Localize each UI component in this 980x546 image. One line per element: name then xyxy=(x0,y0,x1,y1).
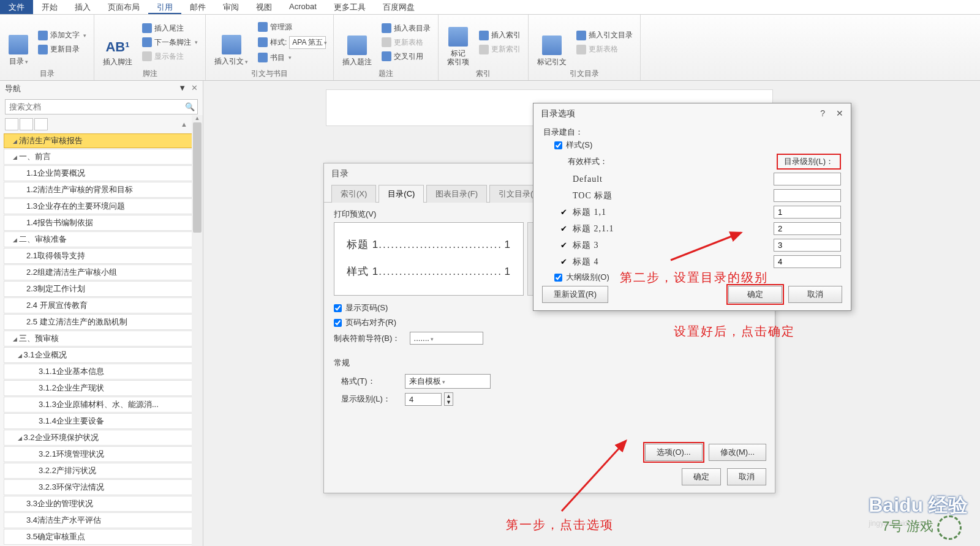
insert-footnote-button[interactable]: AB¹插入脚注 xyxy=(99,17,136,67)
nav-tree: 清洁生产审核报告一、前言1.1企业简要概况1.2清洁生产审核的背景和目标1.3企… xyxy=(0,132,203,546)
style-name: TOC 标题 xyxy=(573,190,774,201)
nav-item[interactable]: 1.3企业存在的主要环境问题 xyxy=(4,198,199,214)
toc-button[interactable]: 目录 xyxy=(5,17,32,67)
nav-tab-headings[interactable] xyxy=(5,118,18,130)
nav-item[interactable]: 3.1.3企业原辅材料、水、能源消... xyxy=(4,397,199,413)
nav-item[interactable]: 3.1.1企业基本信息 xyxy=(4,364,199,380)
menu-文件[interactable]: 文件 xyxy=(0,0,33,14)
menu-开始[interactable]: 开始 xyxy=(33,0,66,14)
nav-item[interactable]: 3.3企业的管理状况 xyxy=(4,496,199,512)
nav-item[interactable]: 3.2.3环保守法情况 xyxy=(4,479,199,495)
show-notes-button[interactable]: 显示备注 xyxy=(140,50,200,63)
nav-item[interactable]: 2.3制定工作计划 xyxy=(4,281,199,297)
nav-item[interactable]: 清洁生产审核报告 xyxy=(4,133,199,148)
insert-toc-auth-button[interactable]: 插入引文目录 xyxy=(574,29,635,42)
toc-icon xyxy=(9,35,28,54)
options-ok-button[interactable]: 确定 xyxy=(728,286,782,303)
style-row: ✔标题 4 xyxy=(560,253,841,270)
search-icon[interactable]: 🔍 xyxy=(183,100,197,114)
nav-item[interactable]: 2.5 建立清洁生产的激励机制 xyxy=(4,314,199,330)
cross-ref-button[interactable]: 交叉引用 xyxy=(379,50,433,63)
nav-item[interactable]: 1.1企业简要概况 xyxy=(4,165,199,181)
insert-endnote-button[interactable]: 插入尾注 xyxy=(140,22,200,35)
menu-邮件[interactable]: 邮件 xyxy=(181,0,214,14)
nav-item[interactable]: 3.2.1环境管理状况 xyxy=(4,446,199,462)
toc-ok-button[interactable]: 确定 xyxy=(682,468,721,485)
update-toa-button[interactable]: 更新表格 xyxy=(574,43,635,56)
toc-tab[interactable]: 图表目录(F) xyxy=(426,185,487,203)
scroll-thumb[interactable] xyxy=(193,122,202,233)
close-button[interactable]: ✕ xyxy=(836,108,843,119)
nav-item[interactable]: 三、预审核 xyxy=(4,331,199,346)
nav-item[interactable]: 3.1.4企业主要设备 xyxy=(4,413,199,429)
toa-icon xyxy=(576,31,586,40)
menu-插入[interactable]: 插入 xyxy=(66,0,99,14)
update-table-button[interactable]: 更新表格 xyxy=(379,36,433,49)
toc-level-input[interactable] xyxy=(774,189,841,202)
options-button[interactable]: 选项(O)... xyxy=(645,444,703,461)
add-text-button[interactable]: 添加文字 xyxy=(36,29,89,42)
insert-index-button[interactable]: 插入索引 xyxy=(477,29,523,42)
nav-dropdown[interactable]: ▼ xyxy=(178,83,186,92)
styles-checkbox[interactable]: 样式(S) xyxy=(543,138,841,152)
right-align-checkbox[interactable]: 页码右对齐(R) xyxy=(334,315,765,330)
toc-cancel-button[interactable]: 取消 xyxy=(727,468,766,485)
toc-level-input[interactable] xyxy=(774,222,841,235)
nav-item[interactable]: 2.2组建清洁生产审核小组 xyxy=(4,264,199,280)
nav-tab-pages[interactable] xyxy=(20,118,33,130)
next-footnote-button[interactable]: 下一条脚注 xyxy=(140,36,200,49)
menu-视图[interactable]: 视图 xyxy=(247,0,281,14)
citation-icon xyxy=(222,35,241,54)
style-row: Default xyxy=(560,171,841,187)
insert-citation-button[interactable]: 插入引文 xyxy=(211,17,252,67)
nav-item[interactable]: 3.5确定审核重点 xyxy=(4,529,199,545)
tab-leader-select[interactable]: ....... xyxy=(410,332,483,345)
menu-百度网盘[interactable]: 百度网盘 xyxy=(374,0,423,14)
options-cancel-button[interactable]: 取消 xyxy=(788,286,842,303)
toc-level-input[interactable] xyxy=(774,206,841,219)
nav-item[interactable]: 一、前言 xyxy=(4,149,199,165)
menu-审阅[interactable]: 审阅 xyxy=(214,0,247,14)
menu-更多工具[interactable]: 更多工具 xyxy=(325,0,374,14)
tof-icon xyxy=(382,23,391,33)
toc-level-input[interactable] xyxy=(774,173,841,185)
toc-level-input[interactable] xyxy=(774,255,841,268)
show-levels-spinner[interactable]: 4 xyxy=(405,393,442,406)
toc-tab[interactable]: 目录(C) xyxy=(379,185,424,203)
nav-item[interactable]: 3.1.2企业生产现状 xyxy=(4,380,199,396)
nav-item[interactable]: 3.4清洁生产水平评估 xyxy=(4,512,199,528)
insert-tof-button[interactable]: 插入表目录 xyxy=(379,22,433,35)
format-select[interactable]: 来自模板 xyxy=(405,374,491,389)
menu-页面布局[interactable]: 页面布局 xyxy=(99,0,148,14)
nav-scrollbar[interactable]: ▲ xyxy=(192,115,203,546)
mark-index-button[interactable]: 标记 索引项 xyxy=(443,17,473,67)
outline-levels-checkbox[interactable]: 大纲级别(O) xyxy=(543,270,841,285)
help-button[interactable]: ? xyxy=(820,108,825,119)
nav-item[interactable]: 3.1企业概况 xyxy=(4,347,199,363)
nav-item[interactable]: 1.2清洁生产审核的背景和目标 xyxy=(4,182,199,198)
nav-item[interactable]: 2.4 开展宣传教育 xyxy=(4,297,199,313)
toc-tab[interactable]: 索引(X) xyxy=(331,185,376,203)
mark-citation-button[interactable]: 标记引文 xyxy=(533,17,570,67)
nav-item[interactable]: 1.4报告书编制依据 xyxy=(4,215,199,231)
update-index-button[interactable]: 更新索引 xyxy=(477,43,523,56)
update-toc-button[interactable]: 更新目录 xyxy=(36,43,89,56)
modify-button[interactable]: 修改(M)... xyxy=(709,444,766,461)
nav-item[interactable]: 2.1取得领导支持 xyxy=(4,248,199,264)
nav-item[interactable]: 3.2企业环境保护状况 xyxy=(4,430,199,446)
spinner-buttons[interactable]: ▲▼ xyxy=(444,392,453,406)
bibliography-button[interactable]: 书目 xyxy=(255,51,328,64)
nav-search-input[interactable] xyxy=(6,100,183,114)
menu-引用[interactable]: 引用 xyxy=(148,0,181,14)
menu-Acrobat[interactable]: Acrobat xyxy=(281,0,325,14)
citation-style-button[interactable]: 样式:APA 第五 xyxy=(255,35,328,50)
nav-close-button[interactable]: ✕ xyxy=(191,83,198,92)
toc-level-input[interactable] xyxy=(774,239,841,252)
reset-button[interactable]: 重新设置(R) xyxy=(542,286,608,303)
insert-caption-button[interactable]: 插入题注 xyxy=(339,17,375,67)
tab-leader-row: 制表符前导符(B)： ....... xyxy=(334,330,765,346)
nav-tab-results[interactable] xyxy=(34,118,48,130)
manage-sources-button[interactable]: 管理源 xyxy=(255,21,328,34)
nav-item[interactable]: 二、审核准备 xyxy=(4,231,199,247)
nav-item[interactable]: 3.2.2产排污状况 xyxy=(4,463,199,479)
